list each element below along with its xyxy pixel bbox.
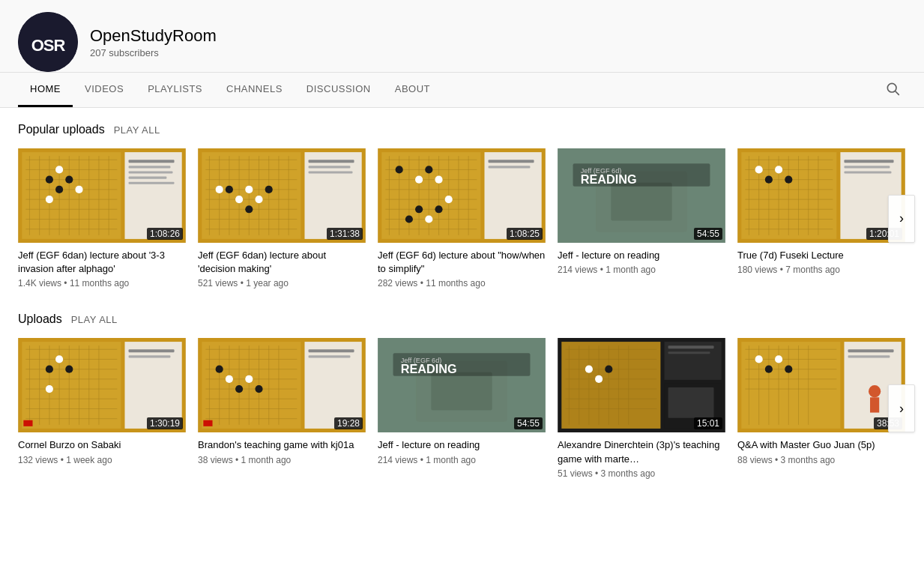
video-card[interactable]: 1:31:38 Jeff (EGF 6dan) lecture about 'd… bbox=[198, 148, 366, 289]
video-card[interactable]: Jeff (EGF 6d) READING 54:55 Jeff - lectu… bbox=[378, 338, 546, 478]
svg-point-89 bbox=[425, 215, 432, 223]
video-meta: 282 views • 11 months ago bbox=[378, 278, 546, 289]
video-title: Alexandre Dinerchtein (3p)'s teaching ga… bbox=[558, 438, 725, 465]
channel-name: OpenStudyRoom bbox=[90, 26, 217, 46]
svg-rect-232 bbox=[848, 350, 894, 353]
video-meta: 132 views • 1 week ago bbox=[18, 455, 186, 465]
channel-nav: HOME VIDEOS PLAYLISTS CHANNELS DISCUSSIO… bbox=[0, 73, 924, 108]
popular-section-title: Popular uploads bbox=[18, 123, 105, 136]
svg-point-85 bbox=[415, 176, 423, 184]
svg-point-23 bbox=[46, 176, 53, 184]
video-meta: 214 views • 1 month ago bbox=[378, 455, 546, 465]
video-card[interactable]: 19:28 Brandon's teaching game with kj01a… bbox=[198, 338, 366, 478]
svg-rect-181 bbox=[309, 356, 351, 358]
video-title: Q&A with Master Guo Juan (5p) bbox=[737, 438, 905, 452]
svg-rect-32 bbox=[129, 171, 173, 173]
thumbnail: 1:30:19 bbox=[18, 338, 186, 432]
thumbnail: 1:20:01 bbox=[737, 148, 905, 243]
svg-rect-126 bbox=[844, 160, 893, 163]
video-card[interactable]: 1:08:26 Jeff (EGF 6dan) lecture about '3… bbox=[18, 148, 186, 289]
svg-point-229 bbox=[775, 356, 782, 363]
svg-rect-156 bbox=[202, 342, 301, 429]
svg-text:OSR: OSR bbox=[31, 36, 66, 55]
duration-badge: 15:01 bbox=[694, 417, 722, 429]
svg-rect-154 bbox=[129, 356, 171, 358]
popular-video-list: 1:08:26 Jeff (EGF 6dan) lecture about '3… bbox=[18, 148, 906, 289]
tab-home[interactable]: HOME bbox=[18, 73, 73, 107]
popular-play-all-button[interactable]: PLAY ALL bbox=[114, 124, 160, 136]
svg-point-92 bbox=[405, 215, 413, 223]
svg-rect-214 bbox=[741, 342, 840, 429]
tab-videos[interactable]: VIDEOS bbox=[73, 73, 136, 107]
search-icon[interactable] bbox=[879, 75, 906, 106]
video-card[interactable]: 1:08:25 Jeff (EGF 6d) lecture about "how… bbox=[378, 148, 546, 289]
svg-point-205 bbox=[585, 366, 593, 373]
svg-rect-211 bbox=[668, 352, 710, 354]
svg-point-90 bbox=[435, 205, 442, 213]
svg-rect-5 bbox=[22, 152, 121, 239]
svg-point-148 bbox=[55, 356, 63, 363]
duration-badge: 1:30:19 bbox=[147, 417, 183, 429]
svg-point-27 bbox=[55, 186, 63, 193]
tab-discussion[interactable]: DISCUSSION bbox=[295, 73, 383, 107]
video-meta: 51 views • 3 months ago bbox=[558, 468, 725, 479]
channel-header: OSR OpenStudyRoom 207 subscribers bbox=[0, 0, 924, 73]
duration-badge: 54:55 bbox=[514, 417, 543, 429]
svg-point-124 bbox=[785, 176, 792, 184]
svg-point-150 bbox=[46, 385, 53, 393]
svg-point-234 bbox=[869, 385, 881, 397]
video-card[interactable]: 38:53 Q&A with Master Guo Juan (5p) 88 v… bbox=[737, 338, 905, 478]
svg-point-207 bbox=[595, 375, 603, 383]
svg-rect-180 bbox=[309, 350, 354, 353]
svg-rect-34 bbox=[129, 182, 175, 184]
uploads-row: 1:30:19 Cornel Burzo on Sabaki 132 views… bbox=[18, 338, 906, 478]
duration-badge: 1:08:26 bbox=[147, 228, 183, 240]
avatar-svg: OSR bbox=[18, 12, 78, 72]
svg-point-91 bbox=[445, 196, 453, 203]
svg-point-87 bbox=[435, 176, 442, 184]
svg-point-59 bbox=[265, 186, 273, 193]
svg-rect-127 bbox=[844, 166, 890, 168]
tab-playlists[interactable]: PLAYLISTS bbox=[136, 73, 214, 107]
svg-rect-62 bbox=[309, 160, 354, 163]
main-content: Popular uploads PLAY ALL bbox=[0, 108, 924, 518]
svg-rect-151 bbox=[23, 420, 32, 426]
svg-rect-94 bbox=[489, 160, 534, 163]
video-title: Jeff (EGF 6dan) lecture about 'decision … bbox=[198, 249, 366, 276]
svg-rect-63 bbox=[309, 166, 351, 168]
svg-point-175 bbox=[235, 385, 243, 393]
svg-point-56 bbox=[235, 196, 243, 203]
tab-about[interactable]: ABOUT bbox=[383, 73, 442, 107]
tab-channels[interactable]: CHANNELS bbox=[214, 73, 295, 107]
video-card[interactable]: 15:01 Alexandre Dinerchtein (3p)'s teach… bbox=[558, 338, 725, 478]
svg-point-57 bbox=[245, 205, 253, 213]
svg-text:READING: READING bbox=[581, 172, 637, 186]
popular-next-button[interactable]: › bbox=[888, 195, 915, 243]
duration-badge: 19:28 bbox=[334, 417, 363, 429]
thumbnail: Jeff (EGF 6d) READING 54:55 bbox=[378, 338, 546, 432]
channel-subscribers: 207 subscribers bbox=[90, 47, 217, 58]
video-card[interactable]: Jeff (EGF 6d) READING 54:55 Jeff - lectu… bbox=[558, 148, 725, 289]
svg-point-176 bbox=[245, 375, 253, 383]
svg-rect-212 bbox=[668, 387, 714, 418]
uploads-next-button[interactable]: › bbox=[888, 384, 915, 432]
svg-rect-233 bbox=[848, 356, 890, 358]
svg-rect-130 bbox=[22, 342, 121, 429]
video-title: True (7d) Fuseki Lecture bbox=[737, 249, 905, 262]
video-title: Brandon's teaching game with kj01a bbox=[198, 438, 366, 452]
svg-rect-31 bbox=[129, 166, 171, 168]
video-card[interactable]: 1:30:19 Cornel Burzo on Sabaki 132 views… bbox=[18, 338, 186, 478]
uploads-section-header: Uploads PLAY ALL bbox=[18, 312, 906, 326]
svg-point-227 bbox=[755, 356, 763, 363]
channel-avatar: OSR bbox=[18, 12, 78, 72]
uploads-play-all-button[interactable]: PLAY ALL bbox=[71, 314, 118, 325]
svg-rect-93 bbox=[484, 152, 541, 239]
channel-info: OpenStudyRoom 207 subscribers bbox=[90, 26, 217, 58]
svg-rect-178 bbox=[203, 420, 212, 426]
svg-point-28 bbox=[46, 196, 53, 203]
svg-rect-179 bbox=[304, 342, 361, 429]
video-card[interactable]: 1:20:01 True (7d) Fuseki Lecture 180 vie… bbox=[737, 148, 905, 289]
svg-rect-104 bbox=[741, 152, 836, 239]
svg-rect-210 bbox=[668, 346, 714, 349]
svg-point-121 bbox=[755, 166, 763, 173]
